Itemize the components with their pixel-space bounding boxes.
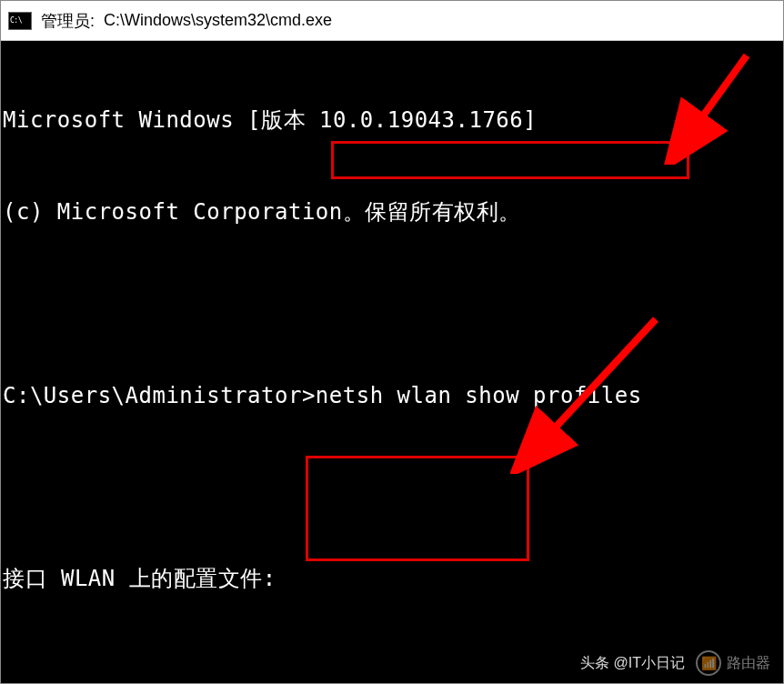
wifi-icon: 📶 — [696, 650, 721, 676]
prompt-path: C:\Users\Administrator> — [3, 381, 316, 412]
watermark-logo-label: 路由器 — [727, 654, 770, 673]
section-heading: 接口 WLAN 上的配置文件: — [3, 564, 781, 595]
watermark-text: 头条 @IT小日记 — [580, 654, 685, 673]
prompt-command: netsh wlan show profiles — [316, 381, 642, 412]
cmd-icon — [8, 12, 32, 30]
title-prefix: 管理员: — [41, 10, 95, 32]
prompt-line-1: C:\Users\Administrator>netsh wlan show p… — [3, 381, 781, 412]
watermark: 头条 @IT小日记 📶 路由器 — [580, 650, 770, 676]
terminal-area[interactable]: Microsoft Windows [版本 10.0.19043.1766] (… — [1, 41, 783, 684]
watermark-logo: 📶 路由器 — [696, 650, 770, 676]
title-path: C:\Windows\system32\cmd.exe — [104, 11, 332, 30]
copyright-line: (c) Microsoft Corporation。保留所有权利。 — [3, 197, 781, 228]
blank-line — [3, 289, 781, 320]
blank-line — [3, 472, 781, 503]
banner-line: Microsoft Windows [版本 10.0.19043.1766] — [3, 106, 781, 136]
window-titlebar: 管理员: C:\Windows\system32\cmd.exe — [1, 1, 783, 41]
